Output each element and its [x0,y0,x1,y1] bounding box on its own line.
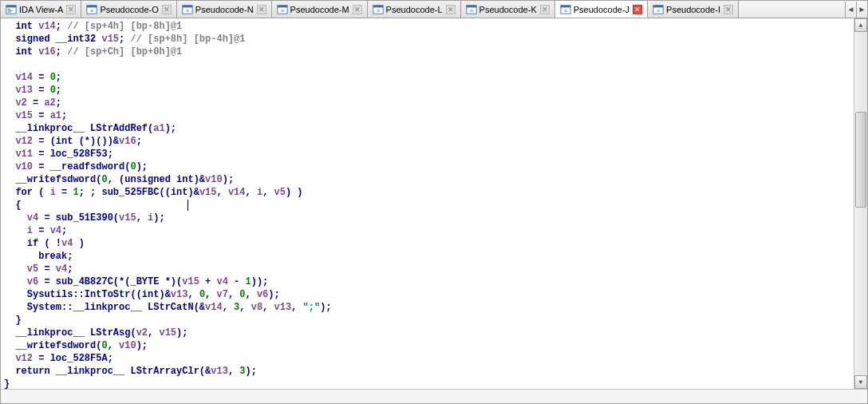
text-cursor [187,200,188,211]
pseudocode-icon: ≡ [373,4,384,15]
tab-label: Pseudocode-J [574,5,629,14]
tab-label: Pseudocode-I [666,5,720,14]
pseudocode-icon: ≡ [182,4,193,15]
ida-view-icon [6,4,17,15]
code-area[interactable]: int v14; // [sp+4h] [bp-8h]@1 signed __i… [1,18,854,389]
svg-rect-21 [561,5,570,7]
tab-pseudocode-n[interactable]: ≡Pseudocode-N✕ [177,1,272,18]
status-bar [1,389,867,403]
tab-pseudocode-m[interactable]: ≡Pseudocode-M✕ [272,1,368,18]
svg-rect-15 [373,5,382,7]
tab-pseudocode-l[interactable]: ≡Pseudocode-L✕ [368,1,461,18]
scroll-up-button[interactable]: ▲ [854,18,867,32]
tab-label: IDA View-A [19,5,63,14]
close-tab-icon[interactable]: ✕ [446,5,456,14]
scroll-thumb[interactable] [855,112,866,208]
close-tab-icon[interactable]: ✕ [66,5,76,14]
type-kw: signed __int32 [15,34,96,45]
comment: // [sp+4h] [bp-8h]@1 [67,21,182,32]
svg-rect-18 [466,5,475,7]
svg-rect-24 [653,5,663,7]
close-tab-icon[interactable]: ✕ [724,5,733,14]
vertical-scrollbar[interactable]: ▲ ▼ [854,18,867,389]
content-wrap: int v14; // [sp+4h] [bp-8h]@1 signed __i… [1,18,867,389]
svg-text:≡: ≡ [657,8,660,14]
svg-text:≡: ≡ [470,8,473,14]
tab-label: Pseudocode-N [195,5,254,14]
svg-text:≡: ≡ [90,8,93,14]
close-tab-icon[interactable]: ✕ [353,5,362,14]
svg-rect-6 [87,5,97,7]
svg-rect-1 [6,5,16,7]
svg-rect-9 [183,5,192,7]
tab-label: Pseudocode-M [290,5,349,14]
close-tab-icon[interactable]: ✕ [257,5,266,14]
tab-label: Pseudocode-O [100,5,158,14]
svg-rect-4 [8,11,11,12]
var: v16 [38,46,56,57]
type-kw: int [15,21,33,32]
tab-bar: IDA View-A✕≡Pseudocode-O✕≡Pseudocode-N✕≡… [1,1,867,18]
tab-pseudocode-k[interactable]: ≡Pseudocode-K✕ [461,1,555,18]
pseudocode-icon: ≡ [560,4,571,15]
svg-rect-3 [8,10,13,10]
comment: // [sp+Ch] [bp+0h]@1 [67,46,182,57]
comment: // [sp+8h] [bp-4h]@1 [130,34,245,45]
tab-pseudocode-i[interactable]: ≡Pseudocode-I✕ [648,1,739,18]
tab-ida-view-a[interactable]: IDA View-A✕ [1,1,81,18]
tab-scroll-left[interactable]: ◄ [845,2,856,18]
tab-pseudocode-j[interactable]: ≡Pseudocode-J✕ [555,1,648,18]
close-tab-icon[interactable]: ✕ [162,5,172,14]
svg-text:≡: ≡ [186,8,189,14]
svg-text:≡: ≡ [564,8,567,14]
svg-text:≡: ≡ [281,8,284,14]
pseudocode-icon: ≡ [277,4,288,15]
tab-scroll-right[interactable]: ► [856,2,867,18]
tab-label: Pseudocode-L [386,5,443,14]
var: v14 [38,21,56,32]
close-tab-icon[interactable]: ✕ [633,5,642,14]
scroll-track[interactable] [854,32,867,375]
svg-rect-2 [8,9,11,10]
tab-pseudocode-o[interactable]: ≡Pseudocode-O✕ [81,1,176,18]
tab-label: Pseudocode-K [479,5,537,14]
pseudocode-icon: ≡ [466,4,477,15]
var: v15 [101,34,119,45]
svg-rect-12 [277,5,286,7]
tab-nav-arrows: ◄ ► [845,2,867,18]
svg-text:≡: ≡ [377,8,380,14]
type-kw: int [15,46,33,57]
close-tab-icon[interactable]: ✕ [540,5,550,14]
scroll-down-button[interactable]: ▼ [854,375,867,389]
pseudocode-icon: ≡ [653,4,664,15]
pseudocode-icon: ≡ [86,4,97,15]
